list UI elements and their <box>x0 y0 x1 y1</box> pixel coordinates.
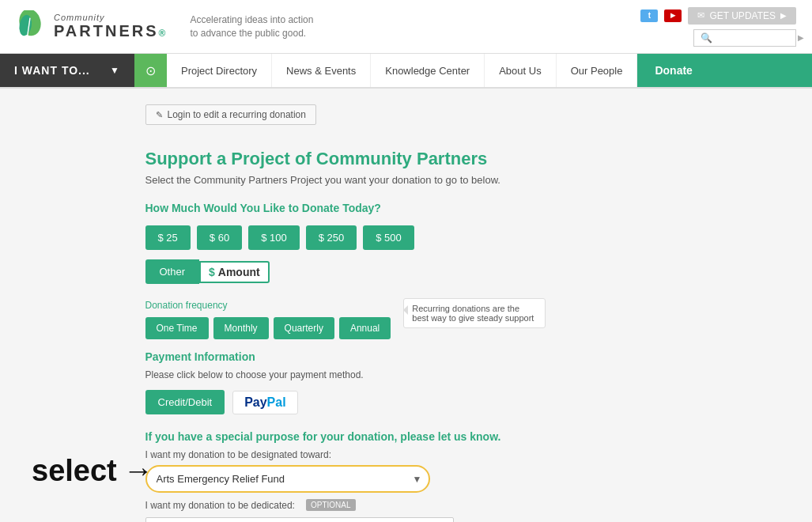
other-amount-row: Other $ Amount <box>145 259 667 284</box>
search-box[interactable]: 🔍 ▶ <box>693 29 796 47</box>
donate-button[interactable]: Donate <box>637 54 709 87</box>
annotation-select-text: select <box>32 454 117 488</box>
logo-community: Community <box>54 13 168 22</box>
how-much-title: How Much Would You Like to Donate Today? <box>145 202 667 214</box>
nav-our-people[interactable]: Our People <box>557 54 638 87</box>
search-icon: 🔍 <box>701 32 712 44</box>
frequency-label: Donation frequency <box>145 295 391 311</box>
amount-buttons-row: $ 25 $ 60 $ 100 $ 250 $ 500 <box>145 225 667 250</box>
nav-links: Project Directory News & Events Knowledg… <box>167 54 637 87</box>
credit-debit-button[interactable]: Credit/Debit <box>145 390 225 414</box>
logo-icon <box>16 10 44 44</box>
designation-select-wrapper[interactable]: Arts Emergency Relief Fund General Fund … <box>145 465 430 493</box>
tagline: Accelerating ideas into action to advanc… <box>190 13 313 40</box>
home-button[interactable]: ⊙ <box>134 54 167 87</box>
freq-quarterly[interactable]: Quarterly <box>274 317 334 339</box>
amount-btn-500[interactable]: $ 500 <box>363 225 414 250</box>
freq-annual[interactable]: Annual <box>339 317 391 339</box>
freq-buttons: One Time Monthly Quarterly Annual <box>145 317 391 339</box>
nav-end <box>710 54 812 87</box>
arrow-icon: ▶ <box>780 11 787 20</box>
amount-btn-60[interactable]: $ 60 <box>197 225 242 250</box>
donate-label: Donate <box>655 64 692 77</box>
search-arrow-icon: ▶ <box>798 33 804 42</box>
get-updates-label: GET UPDATES <box>709 10 776 21</box>
amount-btn-250[interactable]: $ 250 <box>306 225 357 250</box>
nav-about-us[interactable]: About Us <box>485 54 556 87</box>
honor-input[interactable] <box>145 517 454 522</box>
login-edit-label: Login to edit a recurring donation <box>168 109 306 120</box>
twitter-icon[interactable]: t <box>640 9 658 22</box>
chevron-down-icon: ▼ <box>110 65 120 76</box>
header-right: t ▶ ✉ GET UPDATES ▶ 🔍 ▶ <box>640 7 796 47</box>
paypal-logo: PayPal <box>244 395 285 410</box>
pencil-icon: ✎ <box>156 110 163 120</box>
amount-btn-100[interactable]: $ 100 <box>248 225 300 250</box>
envelope-icon: ✉ <box>697 10 704 21</box>
freq-monthly[interactable]: Monthly <box>213 317 269 339</box>
amount-btn-25[interactable]: $ 25 <box>145 225 191 250</box>
search-input[interactable] <box>716 32 795 44</box>
home-icon: ⊙ <box>145 63 156 78</box>
social-row: t ▶ ✉ GET UPDATES ▶ <box>640 7 796 25</box>
payment-subtitle: Please click below to choose your paymen… <box>145 369 667 380</box>
freq-one-time[interactable]: One Time <box>145 317 209 339</box>
designation-select[interactable]: Arts Emergency Relief Fund General Fund … <box>145 465 430 493</box>
amount-input-wrap[interactable]: $ Amount <box>199 261 270 283</box>
logo-text-block: Community PARTNERS® <box>54 13 168 40</box>
login-edit-wrapper: ✎ Login to edit a recurring donation <box>145 104 667 138</box>
page-title: Support a Project of Community Partners <box>145 149 667 169</box>
special-purpose-label: I want my donation to be designated towa… <box>145 449 667 460</box>
i-want-to-menu[interactable]: I WANT TO... ▼ <box>0 54 134 87</box>
freq-left: Donation frequency One Time Monthly Quar… <box>145 295 391 339</box>
main-content: ✎ Login to edit a recurring donation Sup… <box>0 89 812 522</box>
select-wrapper-outer: Arts Emergency Relief Fund General Fund … <box>145 465 430 493</box>
paypal-button[interactable]: PayPal <box>232 391 297 414</box>
nav-project-directory[interactable]: Project Directory <box>167 54 272 87</box>
other-button[interactable]: Other <box>145 259 200 284</box>
honor-row: I want my donation to be dedicated: OPTI… <box>145 499 667 511</box>
frequency-tooltip: Recurring donations are the best way to … <box>403 298 546 328</box>
youtube-icon[interactable]: ▶ <box>664 9 682 22</box>
i-want-to-label: I WANT TO... <box>14 64 90 77</box>
get-updates-button[interactable]: ✉ GET UPDATES ▶ <box>688 7 796 25</box>
special-purpose-title: If you have a special purpose for your d… <box>145 430 667 443</box>
select-annotation: select → <box>32 454 153 488</box>
tooltip-text: Recurring donations are the best way to … <box>412 304 534 323</box>
annotation-arrow-icon: → <box>123 454 153 488</box>
dollar-sign: $ <box>209 266 215 278</box>
main-nav: I WANT TO... ▼ ⊙ Project Directory News … <box>0 54 812 89</box>
logo-area: Community PARTNERS® Accelerating ideas i… <box>16 10 313 44</box>
nav-news-events[interactable]: News & Events <box>272 54 371 87</box>
honor-label: I want my donation to be dedicated: <box>145 500 295 511</box>
amount-text: Amount <box>218 266 260 278</box>
optional-badge: OPTIONAL <box>306 499 356 511</box>
content-area: ✎ Login to edit a recurring donation Sup… <box>130 104 683 522</box>
payment-buttons: Credit/Debit PayPal <box>145 390 667 414</box>
nav-knowledge-center[interactable]: Knowledge Center <box>371 54 485 87</box>
payment-title: Payment Information <box>145 350 667 363</box>
frequency-section: Donation frequency One Time Monthly Quar… <box>145 295 667 339</box>
site-header: Community PARTNERS® Accelerating ideas i… <box>0 0 812 54</box>
login-edit-button[interactable]: ✎ Login to edit a recurring donation <box>145 104 316 125</box>
logo-partners: PARTNERS® <box>54 22 168 40</box>
page-subtitle: Select the Community Partners Project yo… <box>145 174 667 186</box>
